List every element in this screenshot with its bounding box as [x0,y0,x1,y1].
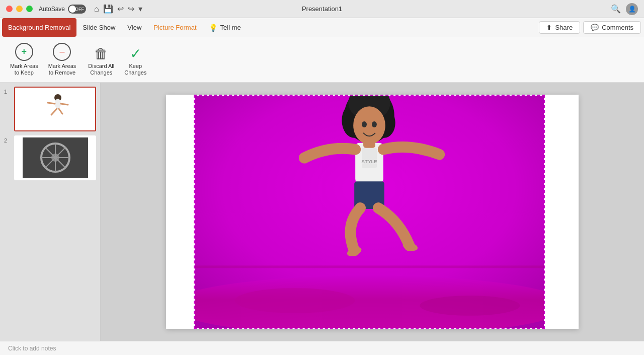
undo-icon[interactable]: ↩ [117,4,124,14]
slide-number-1: 1 [4,89,11,95]
svg-rect-16 [195,265,544,268]
presentation-title: Presentation1 [302,5,342,13]
svg-rect-0 [23,89,88,129]
ribbon-group-changes: 🗑 Discard All Changes ✓ Keep Changes [84,44,150,79]
svg-point-17 [235,288,355,313]
window-controls [6,6,33,12]
more-icon[interactable]: ▾ [138,4,142,14]
slide-image: STYLE [195,96,544,328]
mark-keep-button[interactable]: + Mark Areas to Keep [6,40,42,79]
toggle-knob [69,6,76,13]
slide-thumb-1[interactable] [14,87,96,131]
main-layout: 1 [0,83,644,341]
share-label: Share [555,24,573,31]
svg-point-18 [420,296,520,316]
menu-background-removal-label: Background Removal [8,24,70,31]
menu-bar: Background Removal Slide Show View Pictu… [0,18,644,37]
svg-point-24 [362,121,367,127]
save-icon[interactable]: 💾 [103,4,113,14]
slide2-preview [23,137,88,178]
autosave-label: AutoSave [39,6,65,13]
menu-bar-right: ⬆ Share 💬 Comments [538,18,642,37]
discard-changes-button[interactable]: 🗑 Discard All Changes [84,44,118,79]
mark-remove-icon: – [53,43,71,61]
share-button[interactable]: ⬆ Share [539,21,580,34]
menu-slide-show[interactable]: Slide Show [76,18,121,37]
svg-rect-29 [363,140,375,148]
slide-thumb-inner-1 [15,88,95,130]
account-icon[interactable]: 👤 [626,3,638,15]
redo-icon[interactable]: ↪ [128,4,134,14]
svg-line-4 [61,104,68,105]
notes-area[interactable]: Click to add notes [0,341,644,355]
mark-keep-icon: + [15,43,33,61]
mark-remove-label: Mark Areas to Remove [48,63,76,76]
mark-remove-button[interactable]: – Mark Areas to Remove [44,40,80,79]
slide-thumbnail-2[interactable]: 2 [4,135,96,180]
keep-changes-button[interactable]: ✓ Keep Changes [120,44,150,79]
notes-placeholder: Click to add notes [8,345,56,352]
minimize-button[interactable] [16,6,23,12]
keep-label: Keep Changes [124,63,146,76]
share-icon: ⬆ [546,24,552,31]
home-icon[interactable]: ⌂ [94,5,99,14]
svg-line-3 [48,103,55,104]
lightbulb-icon: 💡 [209,24,217,32]
slide-panel: 1 [0,83,101,341]
autosave-control: AutoSave OFF [39,5,86,14]
search-icon[interactable]: 🔍 [611,4,621,14]
toggle-label: OFF [75,7,84,12]
menu-background-removal[interactable]: Background Removal [2,18,76,37]
maximize-button[interactable] [26,6,33,12]
title-bar: AutoSave OFF ⌂ 💾 ↩ ↪ ▾ Presentation1 🔍 👤 [0,0,644,18]
slide-thumbnail-1[interactable]: 1 [4,87,96,131]
svg-point-2 [55,99,61,109]
keep-icon: ✓ [130,47,141,61]
canvas-area: STYLE [101,83,644,341]
svg-point-25 [372,121,377,127]
menu-view[interactable]: View [121,18,147,37]
menu-slide-show-label: Slide Show [83,24,115,31]
title-bar-right: 🔍 👤 [611,3,638,15]
comments-label: Comments [602,24,633,31]
ribbon: + Mark Areas to Keep – Mark Areas to Rem… [0,37,644,83]
menu-picture-format[interactable]: Picture Format [147,18,202,37]
comments-icon: 💬 [591,24,599,31]
slide-thumb-2[interactable] [14,135,96,180]
menu-view-label: View [127,24,141,31]
ribbon-group-mark: + Mark Areas to Keep – Mark Areas to Rem… [6,40,80,79]
slide-canvas: STYLE [166,95,579,329]
toolbar-icons: ⌂ 💾 ↩ ↪ ▾ [94,4,142,14]
slide-number-2: 2 [4,137,11,144]
comments-button[interactable]: 💬 Comments [583,21,641,34]
title-text: Presentation1 [302,5,342,13]
menu-tell-me-label: Tell me [220,24,241,31]
autosave-toggle[interactable]: OFF [68,5,86,14]
mark-keep-label: Mark Areas to Keep [10,63,38,76]
svg-text:STYLE: STYLE [361,159,377,164]
menu-tell-me[interactable]: 💡 Tell me [203,18,247,37]
discard-icon: 🗑 [94,47,108,61]
slide-thumb-inner-2 [15,136,95,179]
close-button[interactable] [6,6,13,12]
image-container[interactable]: STYLE [194,95,545,329]
svg-point-23 [353,106,385,145]
discard-label: Discard All Changes [88,63,114,76]
slide1-preview [23,89,88,129]
menu-picture-format-label: Picture Format [153,24,196,31]
